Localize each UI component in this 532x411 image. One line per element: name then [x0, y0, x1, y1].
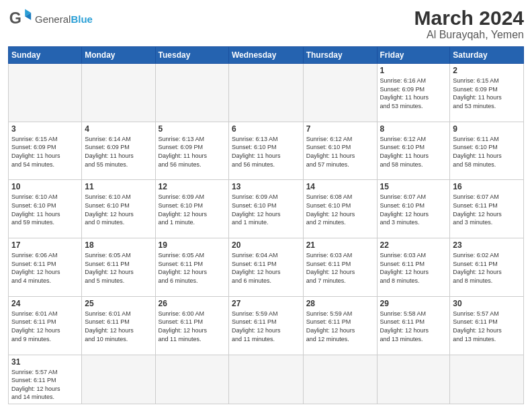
calendar-cell: 15Sunrise: 6:07 AM Sunset: 6:10 PM Dayli…: [377, 180, 450, 238]
calendar-cell: 11Sunrise: 6:10 AM Sunset: 6:10 PM Dayli…: [82, 180, 155, 238]
week-row-0: 1Sunrise: 6:16 AM Sunset: 6:09 PM Daylig…: [9, 64, 524, 122]
calendar-cell: [82, 64, 155, 122]
calendar-cell: 30Sunrise: 5:57 AM Sunset: 6:11 PM Dayli…: [450, 296, 524, 355]
day-number: 30: [453, 299, 521, 308]
day-info: Sunrise: 5:57 AM Sunset: 6:11 PM Dayligh…: [453, 310, 521, 343]
day-info: Sunrise: 6:02 AM Sunset: 6:11 PM Dayligh…: [453, 251, 521, 285]
day-info: Sunrise: 6:07 AM Sunset: 6:10 PM Dayligh…: [380, 193, 447, 226]
calendar-cell: [450, 355, 524, 404]
day-info: Sunrise: 6:13 AM Sunset: 6:09 PM Dayligh…: [159, 135, 226, 169]
header: G GeneralBlue March 2024 Al Burayqah, Ye…: [8, 7, 524, 41]
calendar-cell: 4Sunrise: 6:14 AM Sunset: 6:09 PM Daylig…: [82, 122, 155, 180]
day-number: 23: [453, 240, 521, 250]
day-number: 9: [453, 124, 521, 134]
day-info: Sunrise: 6:10 AM Sunset: 6:10 PM Dayligh…: [11, 193, 79, 226]
calendar-cell: 29Sunrise: 5:58 AM Sunset: 6:11 PM Dayli…: [377, 296, 450, 355]
day-info: Sunrise: 5:59 AM Sunset: 6:11 PM Dayligh…: [306, 310, 374, 343]
day-number: 11: [85, 182, 152, 191]
weekday-friday: Friday: [377, 47, 450, 64]
weekday-wednesday: Wednesday: [229, 47, 304, 64]
day-info: Sunrise: 6:10 AM Sunset: 6:10 PM Dayligh…: [85, 193, 152, 226]
day-info: Sunrise: 6:13 AM Sunset: 6:10 PM Dayligh…: [232, 135, 300, 169]
calendar-cell: 6Sunrise: 6:13 AM Sunset: 6:10 PM Daylig…: [229, 122, 304, 180]
calendar-cell: 18Sunrise: 6:05 AM Sunset: 6:11 PM Dayli…: [82, 238, 155, 297]
calendar-cell: 19Sunrise: 6:05 AM Sunset: 6:11 PM Dayli…: [155, 238, 228, 297]
weekday-monday: Monday: [82, 47, 155, 64]
calendar-cell: 25Sunrise: 6:01 AM Sunset: 6:11 PM Dayli…: [82, 296, 155, 355]
day-info: Sunrise: 5:57 AM Sunset: 6:11 PM Dayligh…: [11, 368, 79, 402]
day-number: 5: [159, 124, 226, 134]
calendar-cell: 13Sunrise: 6:09 AM Sunset: 6:10 PM Dayli…: [229, 180, 304, 238]
calendar-cell: 21Sunrise: 6:03 AM Sunset: 6:11 PM Dayli…: [303, 238, 377, 297]
calendar-cell: [229, 64, 304, 122]
day-number: 8: [380, 124, 447, 134]
calendar-cell: 5Sunrise: 6:13 AM Sunset: 6:09 PM Daylig…: [155, 122, 228, 180]
page-title: March 2024: [414, 7, 524, 29]
weekday-thursday: Thursday: [303, 47, 377, 64]
day-info: Sunrise: 6:12 AM Sunset: 6:10 PM Dayligh…: [380, 135, 447, 169]
calendar-cell: 16Sunrise: 6:07 AM Sunset: 6:11 PM Dayli…: [450, 180, 524, 238]
day-info: Sunrise: 6:05 AM Sunset: 6:11 PM Dayligh…: [159, 251, 226, 285]
day-info: Sunrise: 6:04 AM Sunset: 6:11 PM Dayligh…: [232, 251, 300, 285]
day-info: Sunrise: 6:15 AM Sunset: 6:09 PM Dayligh…: [11, 135, 79, 169]
day-number: 10: [11, 182, 79, 191]
day-number: 18: [85, 240, 152, 250]
calendar-cell: 22Sunrise: 6:03 AM Sunset: 6:11 PM Dayli…: [377, 238, 450, 297]
day-number: 27: [232, 299, 300, 308]
calendar-cell: 26Sunrise: 6:00 AM Sunset: 6:11 PM Dayli…: [155, 296, 228, 355]
weekday-saturday: Saturday: [450, 47, 524, 64]
day-number: 4: [85, 124, 152, 134]
day-number: 19: [159, 240, 226, 250]
day-number: 29: [380, 299, 447, 308]
day-number: 1: [380, 66, 447, 75]
calendar-cell: [229, 355, 304, 404]
logo-blue: Blue: [71, 13, 93, 25]
day-number: 26: [159, 299, 226, 308]
logo: G GeneralBlue: [8, 7, 93, 31]
day-info: Sunrise: 6:01 AM Sunset: 6:11 PM Dayligh…: [11, 310, 79, 343]
day-number: 2: [453, 66, 521, 75]
calendar-cell: 23Sunrise: 6:02 AM Sunset: 6:11 PM Dayli…: [450, 238, 524, 297]
week-row-3: 17Sunrise: 6:06 AM Sunset: 6:11 PM Dayli…: [9, 238, 524, 297]
calendar-cell: [303, 64, 377, 122]
day-number: 20: [232, 240, 300, 250]
calendar-cell: 9Sunrise: 6:11 AM Sunset: 6:10 PM Daylig…: [450, 122, 524, 180]
day-number: 16: [453, 182, 521, 191]
day-info: Sunrise: 6:09 AM Sunset: 6:10 PM Dayligh…: [232, 193, 300, 226]
calendar-cell: 2Sunrise: 6:15 AM Sunset: 6:09 PM Daylig…: [450, 64, 524, 122]
day-number: 3: [11, 124, 79, 134]
day-number: 7: [306, 124, 374, 134]
day-number: 6: [232, 124, 300, 134]
calendar-cell: [155, 64, 228, 122]
calendar-cell: 12Sunrise: 6:09 AM Sunset: 6:10 PM Dayli…: [155, 180, 228, 238]
calendar-table: SundayMondayTuesdayWednesdayThursdayFrid…: [8, 46, 524, 404]
day-info: Sunrise: 6:07 AM Sunset: 6:11 PM Dayligh…: [453, 193, 521, 226]
day-info: Sunrise: 5:59 AM Sunset: 6:11 PM Dayligh…: [232, 310, 300, 343]
day-info: Sunrise: 6:01 AM Sunset: 6:11 PM Dayligh…: [85, 310, 152, 343]
calendar-cell: 8Sunrise: 6:12 AM Sunset: 6:10 PM Daylig…: [377, 122, 450, 180]
calendar-cell: 20Sunrise: 6:04 AM Sunset: 6:11 PM Dayli…: [229, 238, 304, 297]
page: G GeneralBlue March 2024 Al Burayqah, Ye…: [0, 0, 532, 411]
week-row-4: 24Sunrise: 6:01 AM Sunset: 6:11 PM Dayli…: [9, 296, 524, 355]
day-info: Sunrise: 5:58 AM Sunset: 6:11 PM Dayligh…: [380, 310, 447, 343]
day-info: Sunrise: 6:15 AM Sunset: 6:09 PM Dayligh…: [453, 77, 521, 110]
day-number: 13: [232, 182, 300, 191]
calendar-cell: 24Sunrise: 6:01 AM Sunset: 6:11 PM Dayli…: [9, 296, 82, 355]
weekday-header-row: SundayMondayTuesdayWednesdayThursdayFrid…: [9, 47, 524, 64]
day-number: 14: [306, 182, 374, 191]
calendar-cell: 1Sunrise: 6:16 AM Sunset: 6:09 PM Daylig…: [377, 64, 450, 122]
day-number: 22: [380, 240, 447, 250]
day-number: 25: [85, 299, 152, 308]
day-number: 21: [306, 240, 374, 250]
generalblue-logo-icon: G: [8, 7, 32, 31]
day-info: Sunrise: 6:05 AM Sunset: 6:11 PM Dayligh…: [85, 251, 152, 285]
calendar-cell: 27Sunrise: 5:59 AM Sunset: 6:11 PM Dayli…: [229, 296, 304, 355]
weekday-tuesday: Tuesday: [155, 47, 228, 64]
day-number: 31: [11, 357, 79, 367]
calendar-cell: 17Sunrise: 6:06 AM Sunset: 6:11 PM Dayli…: [9, 238, 82, 297]
day-number: 28: [306, 299, 374, 308]
day-info: Sunrise: 6:06 AM Sunset: 6:11 PM Dayligh…: [11, 251, 79, 285]
calendar-cell: 10Sunrise: 6:10 AM Sunset: 6:10 PM Dayli…: [9, 180, 82, 238]
day-info: Sunrise: 6:09 AM Sunset: 6:10 PM Dayligh…: [159, 193, 226, 226]
title-block: March 2024 Al Burayqah, Yemen: [414, 7, 524, 41]
